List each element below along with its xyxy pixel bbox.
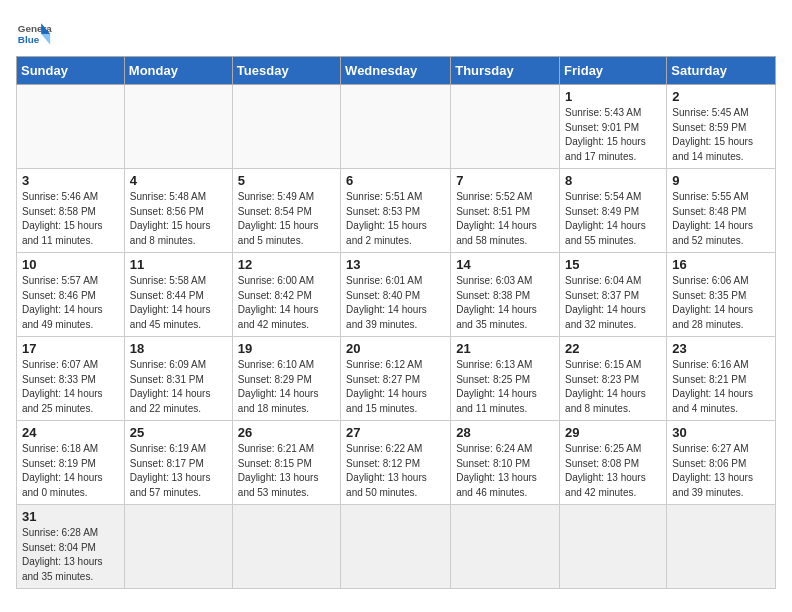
day-info: Sunrise: 5:46 AM Sunset: 8:58 PM Dayligh… — [22, 190, 119, 248]
day-info: Sunrise: 6:06 AM Sunset: 8:35 PM Dayligh… — [672, 274, 770, 332]
calendar-cell — [341, 505, 451, 589]
day-info: Sunrise: 5:54 AM Sunset: 8:49 PM Dayligh… — [565, 190, 661, 248]
day-info: Sunrise: 6:13 AM Sunset: 8:25 PM Dayligh… — [456, 358, 554, 416]
calendar-cell: 3Sunrise: 5:46 AM Sunset: 8:58 PM Daylig… — [17, 169, 125, 253]
calendar-cell: 20Sunrise: 6:12 AM Sunset: 8:27 PM Dayli… — [341, 337, 451, 421]
day-info: Sunrise: 6:00 AM Sunset: 8:42 PM Dayligh… — [238, 274, 335, 332]
calendar-cell — [560, 505, 667, 589]
day-number: 20 — [346, 341, 445, 356]
calendar-cell — [667, 505, 776, 589]
calendar-cell: 18Sunrise: 6:09 AM Sunset: 8:31 PM Dayli… — [124, 337, 232, 421]
calendar-cell: 2Sunrise: 5:45 AM Sunset: 8:59 PM Daylig… — [667, 85, 776, 169]
day-number: 2 — [672, 89, 770, 104]
day-info: Sunrise: 6:15 AM Sunset: 8:23 PM Dayligh… — [565, 358, 661, 416]
day-number: 16 — [672, 257, 770, 272]
day-info: Sunrise: 6:09 AM Sunset: 8:31 PM Dayligh… — [130, 358, 227, 416]
day-number: 15 — [565, 257, 661, 272]
week-row-6: 31Sunrise: 6:28 AM Sunset: 8:04 PM Dayli… — [17, 505, 776, 589]
day-info: Sunrise: 6:18 AM Sunset: 8:19 PM Dayligh… — [22, 442, 119, 500]
calendar-cell: 5Sunrise: 5:49 AM Sunset: 8:54 PM Daylig… — [232, 169, 340, 253]
calendar-cell: 15Sunrise: 6:04 AM Sunset: 8:37 PM Dayli… — [560, 253, 667, 337]
day-number: 6 — [346, 173, 445, 188]
calendar-cell: 28Sunrise: 6:24 AM Sunset: 8:10 PM Dayli… — [451, 421, 560, 505]
day-info: Sunrise: 5:45 AM Sunset: 8:59 PM Dayligh… — [672, 106, 770, 164]
day-info: Sunrise: 6:21 AM Sunset: 8:15 PM Dayligh… — [238, 442, 335, 500]
calendar-cell: 12Sunrise: 6:00 AM Sunset: 8:42 PM Dayli… — [232, 253, 340, 337]
day-info: Sunrise: 5:52 AM Sunset: 8:51 PM Dayligh… — [456, 190, 554, 248]
calendar-cell: 9Sunrise: 5:55 AM Sunset: 8:48 PM Daylig… — [667, 169, 776, 253]
day-number: 31 — [22, 509, 119, 524]
day-number: 7 — [456, 173, 554, 188]
day-info: Sunrise: 5:49 AM Sunset: 8:54 PM Dayligh… — [238, 190, 335, 248]
weekday-header-friday: Friday — [560, 57, 667, 85]
day-number: 30 — [672, 425, 770, 440]
calendar-cell: 25Sunrise: 6:19 AM Sunset: 8:17 PM Dayli… — [124, 421, 232, 505]
week-row-1: 1Sunrise: 5:43 AM Sunset: 9:01 PM Daylig… — [17, 85, 776, 169]
day-number: 24 — [22, 425, 119, 440]
calendar-cell — [124, 505, 232, 589]
calendar-cell: 31Sunrise: 6:28 AM Sunset: 8:04 PM Dayli… — [17, 505, 125, 589]
day-info: Sunrise: 6:10 AM Sunset: 8:29 PM Dayligh… — [238, 358, 335, 416]
day-number: 8 — [565, 173, 661, 188]
day-info: Sunrise: 5:57 AM Sunset: 8:46 PM Dayligh… — [22, 274, 119, 332]
calendar-cell: 7Sunrise: 5:52 AM Sunset: 8:51 PM Daylig… — [451, 169, 560, 253]
calendar-cell: 1Sunrise: 5:43 AM Sunset: 9:01 PM Daylig… — [560, 85, 667, 169]
calendar-cell — [124, 85, 232, 169]
calendar-cell — [232, 85, 340, 169]
week-row-3: 10Sunrise: 5:57 AM Sunset: 8:46 PM Dayli… — [17, 253, 776, 337]
day-number: 18 — [130, 341, 227, 356]
day-info: Sunrise: 5:55 AM Sunset: 8:48 PM Dayligh… — [672, 190, 770, 248]
calendar-cell: 13Sunrise: 6:01 AM Sunset: 8:40 PM Dayli… — [341, 253, 451, 337]
svg-text:Blue: Blue — [18, 34, 40, 45]
calendar-cell: 22Sunrise: 6:15 AM Sunset: 8:23 PM Dayli… — [560, 337, 667, 421]
day-info: Sunrise: 6:24 AM Sunset: 8:10 PM Dayligh… — [456, 442, 554, 500]
day-number: 17 — [22, 341, 119, 356]
calendar-cell: 10Sunrise: 5:57 AM Sunset: 8:46 PM Dayli… — [17, 253, 125, 337]
day-info: Sunrise: 6:12 AM Sunset: 8:27 PM Dayligh… — [346, 358, 445, 416]
weekday-header-sunday: Sunday — [17, 57, 125, 85]
weekday-header-wednesday: Wednesday — [341, 57, 451, 85]
header: General Blue — [16, 16, 776, 52]
day-info: Sunrise: 6:07 AM Sunset: 8:33 PM Dayligh… — [22, 358, 119, 416]
calendar-cell — [17, 85, 125, 169]
calendar-cell: 30Sunrise: 6:27 AM Sunset: 8:06 PM Dayli… — [667, 421, 776, 505]
day-number: 28 — [456, 425, 554, 440]
day-info: Sunrise: 6:19 AM Sunset: 8:17 PM Dayligh… — [130, 442, 227, 500]
calendar-cell — [451, 85, 560, 169]
svg-marker-3 — [41, 34, 50, 45]
day-info: Sunrise: 6:03 AM Sunset: 8:38 PM Dayligh… — [456, 274, 554, 332]
day-number: 19 — [238, 341, 335, 356]
day-number: 10 — [22, 257, 119, 272]
day-number: 29 — [565, 425, 661, 440]
day-info: Sunrise: 6:28 AM Sunset: 8:04 PM Dayligh… — [22, 526, 119, 584]
calendar-cell: 4Sunrise: 5:48 AM Sunset: 8:56 PM Daylig… — [124, 169, 232, 253]
weekday-header-monday: Monday — [124, 57, 232, 85]
day-info: Sunrise: 6:27 AM Sunset: 8:06 PM Dayligh… — [672, 442, 770, 500]
day-info: Sunrise: 5:48 AM Sunset: 8:56 PM Dayligh… — [130, 190, 227, 248]
week-row-4: 17Sunrise: 6:07 AM Sunset: 8:33 PM Dayli… — [17, 337, 776, 421]
weekday-header-tuesday: Tuesday — [232, 57, 340, 85]
calendar-cell: 17Sunrise: 6:07 AM Sunset: 8:33 PM Dayli… — [17, 337, 125, 421]
day-number: 27 — [346, 425, 445, 440]
calendar-cell: 24Sunrise: 6:18 AM Sunset: 8:19 PM Dayli… — [17, 421, 125, 505]
day-number: 4 — [130, 173, 227, 188]
day-number: 11 — [130, 257, 227, 272]
day-number: 25 — [130, 425, 227, 440]
calendar-cell: 23Sunrise: 6:16 AM Sunset: 8:21 PM Dayli… — [667, 337, 776, 421]
day-number: 12 — [238, 257, 335, 272]
day-number: 22 — [565, 341, 661, 356]
weekday-header-thursday: Thursday — [451, 57, 560, 85]
day-number: 13 — [346, 257, 445, 272]
calendar-cell — [451, 505, 560, 589]
calendar-cell: 27Sunrise: 6:22 AM Sunset: 8:12 PM Dayli… — [341, 421, 451, 505]
calendar-cell: 29Sunrise: 6:25 AM Sunset: 8:08 PM Dayli… — [560, 421, 667, 505]
day-info: Sunrise: 5:51 AM Sunset: 8:53 PM Dayligh… — [346, 190, 445, 248]
day-info: Sunrise: 6:16 AM Sunset: 8:21 PM Dayligh… — [672, 358, 770, 416]
calendar-cell — [232, 505, 340, 589]
calendar-cell: 19Sunrise: 6:10 AM Sunset: 8:29 PM Dayli… — [232, 337, 340, 421]
calendar-cell: 26Sunrise: 6:21 AM Sunset: 8:15 PM Dayli… — [232, 421, 340, 505]
day-number: 9 — [672, 173, 770, 188]
calendar-cell — [341, 85, 451, 169]
day-info: Sunrise: 5:58 AM Sunset: 8:44 PM Dayligh… — [130, 274, 227, 332]
calendar-cell: 16Sunrise: 6:06 AM Sunset: 8:35 PM Dayli… — [667, 253, 776, 337]
